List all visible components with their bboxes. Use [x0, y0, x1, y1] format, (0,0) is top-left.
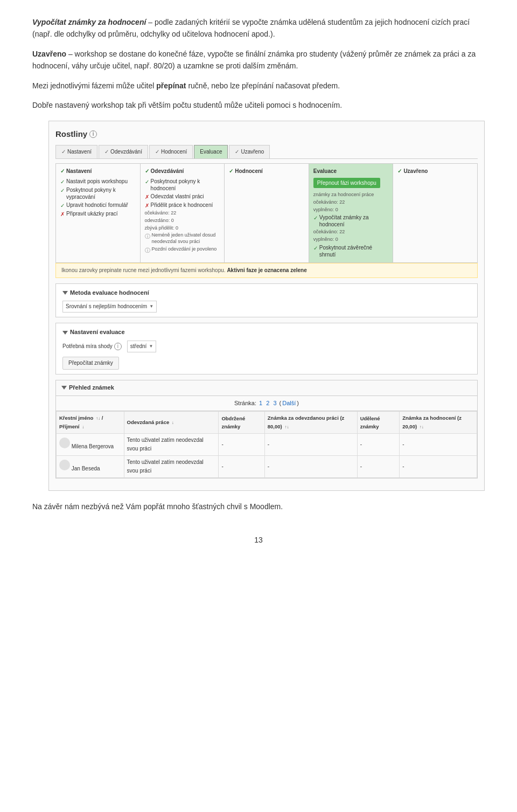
eval-stredni-option: střední — [130, 342, 147, 351]
pagination-bar: Stránka: 1 2 3 (Další) — [56, 396, 477, 412]
tab-uzavreno-label: Uzavřeno — [241, 148, 264, 156]
cell-znamka-hodnoceni-2: - — [400, 455, 477, 477]
sort-arrows-name[interactable]: ↑↓ — [96, 416, 100, 421]
cell-submission-1: Tento uživatel zatím neodevzdal svou prá… — [124, 433, 219, 455]
odevzdavani-zbiva: zbývá přidělit: 0 — [145, 225, 220, 232]
nastaveni-item-2: ✓ Poskytnout pokyny k vypracování — [60, 186, 136, 200]
table-row: Milena Bergerova Tento uživatel zatím ne… — [57, 433, 477, 455]
tab-nastaveni-check: ✓ — [61, 148, 66, 156]
evaluace-vyplneno-2: vyplněno: 0 — [313, 237, 389, 243]
evaluace-znamky-label: známky za hodnocení práce — [313, 192, 389, 198]
prepinat-bold: přepínat — [156, 81, 186, 90]
tab-uzavreno[interactable]: ✓ Uzavřeno — [229, 145, 270, 158]
uzavreno-bold: Uzavřeno — [32, 50, 66, 58]
odevzdavani-item-2-icon: ✗ — [145, 193, 149, 200]
sort-arrows-znamka-hodnoceni[interactable]: ↑↓ — [420, 425, 424, 429]
mezi-paragraph: Mezi jednotlivými fázemi může učitel pře… — [32, 80, 485, 92]
grades-title: Přehled známek — [69, 383, 114, 393]
col-header-znamka-hodnoceni[interactable]: Známka za hodnocení (z 20,00) ↑↓ — [400, 412, 477, 434]
cell-name-2: Jan Beseda — [57, 455, 124, 477]
tab-odevzdavani-label: Odevzdávání — [110, 148, 142, 156]
pagination-next[interactable]: Další — [282, 400, 296, 406]
odevzdavani-ocekavano: očekáváno: 22 — [145, 210, 220, 217]
avatar-1 — [59, 438, 70, 448]
evaluace-vypocitat-1: ✓ Vypočítat známky za hodnocení — [313, 214, 389, 228]
intro-paragraph: Vypočítat známky za hodnocení – podle za… — [32, 16, 485, 40]
nastaveni-item-3: ✓ Upravit hodnoticí formulář — [60, 202, 136, 209]
eval-mira-row: Potřebná míra shody i střední ▼ — [62, 341, 471, 352]
table-row: Jan Beseda Tento uživatel zatím neodevzd… — [57, 455, 477, 477]
odevzdavani-info-1-icon: ⓘ — [145, 233, 150, 240]
cell-znamka-prace-1: - — [264, 433, 357, 455]
workshop-title: Rostliny — [55, 128, 87, 141]
uzavreno-text: – workshop se dostane do konečné fáze, v… — [32, 50, 476, 70]
evaluace-vyplneno-1: vyplněno: 0 — [313, 207, 389, 213]
odevzdavani-info-1: ⓘ Neméně jeden uživatel dosud neodevzdal… — [145, 232, 220, 245]
cell-znamka-hodnoceni-1: - — [400, 433, 477, 455]
eval-mira-text: Potřebná míra shody — [62, 342, 113, 351]
odevzdavani-item-1-icon: ✓ — [145, 178, 149, 185]
metoda-selected-option: Srovnání s nejlepším hodnocením — [66, 302, 147, 311]
student-name-1: Milena Bergerova — [72, 443, 114, 449]
sort-arrows-znamka-prace[interactable]: ↑↓ — [284, 425, 289, 429]
eval-mira-info-icon[interactable]: i — [114, 343, 122, 350]
col-nastaveni: ✓ Nastavení ✓ Nastavit popis workshopu ✓… — [56, 164, 141, 262]
grades-header: Přehled známek — [56, 380, 477, 396]
odevzdavani-item-1: ✓ Poskytnout pokyny k hodnocení — [145, 178, 220, 192]
eval-mira-label: Potřebná míra shody i — [62, 342, 122, 351]
tab-evaluace[interactable]: Evaluace — [194, 145, 228, 158]
mezi-text: Mezi jednotlivými fázemi může učitel — [32, 81, 156, 90]
grades-table: Křestní jméno ↑↓ / Příjmení ↓ Odevzdaná … — [56, 411, 477, 478]
sort-arrows-surname[interactable]: ↓ — [82, 425, 84, 429]
cell-submission-2: Tento uživatel zatím neodevzdal svou prá… — [124, 455, 219, 477]
mezi-text2: ručně, nebo lze přepínání načasovat před… — [186, 81, 340, 90]
prepocitat-button[interactable]: Přepočítat známky — [62, 357, 119, 370]
workshop-title-info-icon[interactable]: i — [89, 130, 97, 138]
eval-prepocitat-row: Přepočítat známky — [62, 357, 471, 370]
intro-bold: Vypočítat známky za hodnocení — [32, 18, 146, 26]
student-name-2: Jan Beseda — [72, 466, 100, 471]
col-header-submission[interactable]: Odevzdaná práce ↓ — [124, 412, 219, 434]
cell-udelene-1: - — [357, 433, 400, 455]
col-odevzdavani-title: ✓ Odevzdávání — [145, 167, 220, 176]
metoda-triangle-icon — [62, 291, 68, 295]
workshop-screenshot: Rostliny i ✓ Nastavení ✓ Odevzdávání ✓ H… — [48, 121, 485, 490]
odevzdavani-item-3-icon: ✗ — [145, 202, 149, 209]
tab-hodnoceni[interactable]: ✓ Hodnocení — [149, 145, 193, 158]
tab-hodnoceni-label: Hodnocení — [161, 148, 187, 156]
pagination-page-1[interactable]: 1 — [259, 400, 262, 406]
odevzdavani-info-2: ⓘ Pozdní odevzdání je povoleno — [145, 246, 220, 254]
nastaveni-item-3-icon: ✓ — [60, 202, 65, 209]
metoda-dropdown[interactable]: Srovnání s nejlepším hodnocením ▼ — [62, 301, 157, 313]
sort-arrows-submission[interactable]: ↓ — [172, 420, 174, 425]
eval-stredni-dropdown[interactable]: střední ▼ — [127, 341, 157, 352]
col-hodnoceni-title: ✓ Hodnocení — [229, 167, 304, 176]
col-odevzdavani: ✓ Odevzdávání ✓ Poskytnout pokyny k hodn… — [141, 164, 225, 262]
col-nastaveni-title: ✓ Nastavení — [60, 167, 136, 176]
avatar-2 — [59, 460, 70, 470]
dobre-text: Dobře nastavený workshop tak při větším … — [32, 101, 342, 109]
phase-tabs: ✓ Nastavení ✓ Odevzdávání ✓ Hodnocení Ev… — [55, 145, 478, 159]
conclusion-paragraph: Na závěr nám nezbývá než Vám popřát mnoh… — [32, 501, 485, 512]
caption-text: Ikonou zarovky prepinate rucne mezi jedn… — [61, 267, 226, 273]
evaluace-ocekavano-2: očekáváno: 22 — [313, 229, 389, 235]
col-uzavreno-title: ✓ Uzavřeno — [397, 167, 473, 176]
odevzdavani-info-2-icon: ⓘ — [145, 247, 150, 254]
pagination-page-3[interactable]: 3 — [273, 400, 276, 406]
tab-evaluace-label: Evaluace — [200, 148, 222, 156]
caption-bold: Aktivni faze je oznacena zelene — [227, 267, 306, 273]
col-header-znamka-prace[interactable]: Známka za odevzdanou práci (z 80,00) ↑↓ — [264, 412, 357, 434]
col-header-name[interactable]: Křestní jméno ↑↓ / Příjmení ↓ — [57, 412, 124, 434]
metoda-section: Metoda evaluace hodnocení Srovnání s nej… — [55, 283, 478, 318]
page-footer: 13 — [32, 534, 485, 546]
evaluace-switch-btn[interactable]: Přepnout fázi workshopu — [313, 178, 389, 191]
evaluace-ocekavano-1: očekáváno: 22 — [313, 199, 389, 206]
tab-odevzdavani[interactable]: ✓ Odevzdávání — [99, 145, 148, 158]
pagination-label: Stránka: — [234, 400, 256, 406]
pagination-page-2[interactable]: 2 — [266, 400, 269, 406]
odevzdavani-item-3: ✗ Přidělit práce k hodnocení — [145, 202, 220, 209]
tab-nastaveni[interactable]: ✓ Nastavení — [55, 145, 97, 158]
nastaveni-item-1-icon: ✓ — [60, 178, 65, 185]
eval-stredni-arrow: ▼ — [149, 343, 153, 350]
eval-triangle-icon — [62, 331, 68, 335]
